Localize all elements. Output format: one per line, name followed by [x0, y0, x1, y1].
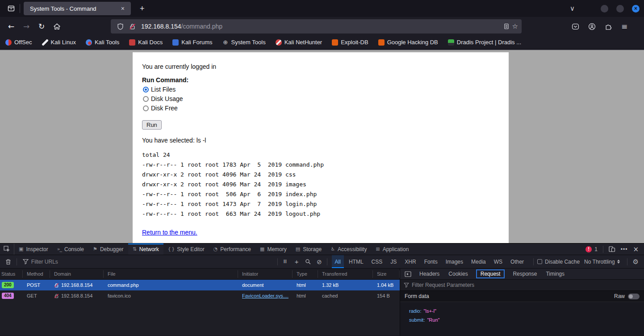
details-tab[interactable]: Response [512, 269, 538, 278]
type-filter-tab[interactable]: Images [443, 255, 466, 268]
details-tab[interactable]: Cookies [447, 269, 468, 278]
bookmark-item[interactable]: Exploit-DB [332, 39, 368, 46]
bookmark-item[interactable]: OffSec [5, 39, 32, 46]
initiator-cell[interactable]: FaviconLoader.sys.... [238, 293, 293, 298]
type-filter-tab[interactable]: CSS [368, 255, 386, 268]
bookmark-star-icon[interactable]: ☆ [512, 22, 518, 30]
type-filter-tab[interactable]: All [332, 255, 344, 268]
type-filter-tab[interactable]: WS [491, 255, 506, 268]
type-filter-tab[interactable]: XHR [401, 255, 419, 268]
devtools-tab[interactable]: Inspector [14, 244, 53, 255]
block-requests-icon[interactable]: ⊘ [314, 258, 325, 265]
details-tab[interactable]: Request [476, 269, 505, 278]
devtools-tab[interactable]: Style Editor [163, 244, 209, 255]
bookmark-item[interactable]: Kali Tools [86, 39, 119, 46]
back-button[interactable]: ← [4, 20, 19, 33]
column-header[interactable]: Initiator [238, 270, 293, 278]
responsive-design-icon[interactable] [609, 246, 615, 252]
radio-button[interactable] [143, 96, 149, 102]
radio-button[interactable] [143, 105, 149, 111]
radio-option[interactable]: Disk Free [143, 105, 500, 112]
column-header[interactable]: Domain [50, 270, 104, 278]
form-data-section-header[interactable]: Form data Raw [400, 291, 644, 302]
devtools-tab[interactable]: Network [128, 244, 163, 255]
bookmark-item[interactable]: ⊕ System Tools [222, 39, 266, 46]
disable-cache-checkbox[interactable]: Disable Cache [537, 259, 580, 265]
extensions-puzzle-icon[interactable] [605, 23, 612, 30]
details-tab[interactable]: Headers [418, 269, 440, 278]
bookmark-item[interactable]: Kali Forums [172, 39, 212, 46]
forward-button[interactable]: → [19, 20, 34, 33]
menu-hamburger-icon[interactable]: ≡ [621, 22, 627, 31]
form-data-param[interactable]: radio"ls+-l" [409, 307, 644, 315]
throttling-dropdown[interactable]: No Throttling [584, 259, 619, 265]
bookmark-item[interactable]: Kali Linux [42, 39, 76, 46]
bookmark-item[interactable]: Kali NetHunter [276, 39, 322, 46]
bookmark-item[interactable]: Google Hacking DB [378, 39, 438, 46]
filter-request-parameters-input[interactable] [412, 282, 640, 288]
pause-throttling-icon[interactable]: II [280, 259, 291, 264]
search-icon[interactable] [302, 259, 314, 265]
radio-button[interactable] [143, 87, 149, 92]
insecure-lock-icon[interactable] [129, 23, 136, 30]
reload-button[interactable]: ↻ [34, 20, 49, 33]
request-row[interactable]: 404 GET 192.168.8.154 favicon.ico Favico… [0, 290, 400, 301]
url-bar[interactable]: 192.168.8.154/command.php ☆ [111, 19, 522, 34]
checkbox-icon[interactable] [537, 259, 542, 264]
type-filter-tab[interactable]: Media [468, 255, 489, 268]
column-header[interactable]: Method [23, 270, 50, 278]
column-header[interactable]: Type [293, 270, 318, 278]
type-filter-tab[interactable]: HTML [346, 255, 367, 268]
pick-element-icon[interactable] [0, 244, 14, 255]
window-close-button[interactable]: × [632, 5, 640, 13]
account-icon[interactable] [588, 23, 596, 30]
add-request-icon[interactable]: + [291, 258, 302, 265]
type-filter-tab[interactable]: Other [507, 255, 527, 268]
split-pane-toggle-icon[interactable] [405, 271, 411, 277]
radio-option[interactable]: Disk Usage [143, 95, 500, 102]
window-minimize-button[interactable] [601, 5, 608, 13]
devtools-close-icon[interactable]: × [633, 245, 639, 253]
error-badge-icon[interactable]: ! [585, 246, 592, 252]
list-tabs-chevron-icon[interactable]: ∨ [570, 4, 575, 13]
column-header[interactable]: Transferred [318, 270, 373, 278]
reader-mode-icon[interactable] [503, 23, 510, 29]
request-row[interactable]: 200 POST 192.168.8.154 command.php docum… [0, 280, 400, 290]
url-text[interactable]: 192.168.8.154/command.php [141, 23, 501, 30]
raw-toggle[interactable] [628, 294, 640, 299]
transferred-cell: 1.32 kB [318, 282, 373, 288]
details-tab[interactable]: Timings [545, 269, 565, 278]
home-button[interactable] [49, 20, 64, 33]
bookmark-item[interactable]: Dradis Project | Dradis ... [448, 39, 521, 46]
devtools-tab[interactable]: Application [371, 244, 413, 255]
devtools-tab[interactable]: Memory [255, 244, 291, 255]
initiator-cell[interactable]: document [238, 282, 293, 288]
shield-icon[interactable] [117, 23, 124, 30]
bookmark-item[interactable]: Kali Docs [129, 39, 163, 46]
network-settings-gear-icon[interactable]: ⚙ [633, 258, 639, 266]
column-header[interactable]: Size [373, 270, 400, 278]
devtools-tab[interactable]: Storage [291, 244, 326, 255]
devtools-tab[interactable]: Console [53, 244, 88, 255]
filter-urls-input[interactable] [31, 259, 276, 265]
tab-close-icon[interactable]: × [119, 5, 126, 12]
new-tab-button[interactable]: + [136, 4, 148, 13]
firefox-view-icon[interactable] [4, 3, 18, 14]
column-header[interactable]: Status [0, 270, 23, 278]
browser-tab[interactable]: System Tools - Command × [24, 2, 131, 15]
error-count[interactable]: 1 [594, 246, 598, 252]
type-filter-tab[interactable]: JS [387, 255, 400, 268]
return-to-menu-link[interactable]: Return to the menu. [142, 229, 197, 236]
radio-option[interactable]: List Files [143, 86, 500, 93]
type-filter-tab[interactable]: Fonts [421, 255, 441, 268]
run-button[interactable]: Run [142, 120, 162, 130]
devtools-tab[interactable]: Performance [209, 244, 255, 255]
form-data-param[interactable]: submit"Run" [409, 315, 644, 324]
devtools-menu-icon[interactable]: ••• [621, 246, 628, 252]
column-header[interactable]: File [104, 270, 238, 278]
window-maximize-button[interactable] [616, 5, 624, 13]
devtools-tab[interactable]: Accessibility [326, 244, 371, 255]
clear-requests-trash-icon[interactable] [3, 259, 14, 265]
pocket-icon[interactable] [572, 23, 579, 30]
devtools-tab[interactable]: Debugger [88, 244, 128, 255]
